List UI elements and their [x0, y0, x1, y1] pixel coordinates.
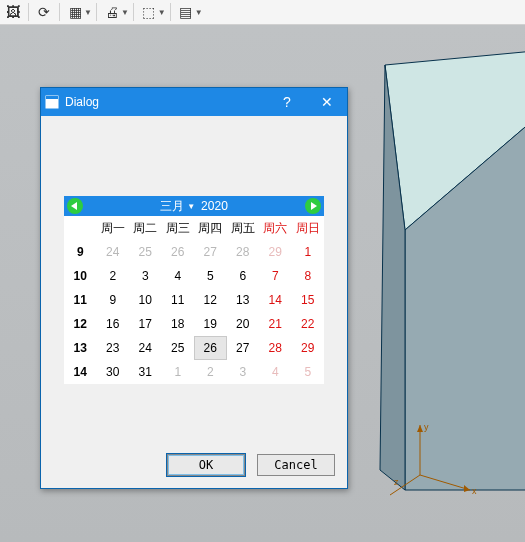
dialog-window: Dialog ? ✕ 三月 ▼ 2020 周一周二周三周四周五周六周日 9242…: [40, 87, 348, 489]
dialog-icon: [41, 95, 63, 109]
week-number: 9: [64, 240, 97, 264]
calendar-day[interactable]: 5: [292, 360, 325, 384]
dropdown-icon[interactable]: ▼: [84, 8, 92, 17]
help-button[interactable]: ?: [267, 88, 307, 116]
grid-icon[interactable]: ▦: [64, 1, 86, 23]
dropdown-icon[interactable]: ▼: [158, 8, 166, 17]
calendar-day[interactable]: 25: [129, 240, 162, 264]
week-number: 13: [64, 336, 97, 360]
svg-marker-4: [464, 485, 470, 492]
svg-rect-9: [46, 96, 58, 99]
dow-header: 周六: [259, 216, 292, 240]
calendar-day[interactable]: 18: [162, 312, 195, 336]
calendar-day[interactable]: 4: [259, 360, 292, 384]
calendar-day[interactable]: 1: [162, 360, 195, 384]
week-number: 10: [64, 264, 97, 288]
axis-z-label: z: [394, 477, 399, 487]
calendar-day[interactable]: 4: [162, 264, 195, 288]
prev-month-button[interactable]: [67, 198, 83, 214]
cancel-button[interactable]: Cancel: [257, 454, 335, 476]
dialog-title: Dialog: [63, 95, 99, 109]
calendar-day[interactable]: 9: [97, 288, 130, 312]
week-number: 11: [64, 288, 97, 312]
calendar-day[interactable]: 26: [162, 240, 195, 264]
svg-marker-11: [311, 202, 317, 210]
calendar-day[interactable]: 19: [194, 312, 227, 336]
dow-header: 周四: [194, 216, 227, 240]
calendar-day[interactable]: 21: [259, 312, 292, 336]
calendar-day[interactable]: 29: [259, 240, 292, 264]
chevron-down-icon[interactable]: ▼: [186, 202, 199, 211]
ok-button[interactable]: OK: [167, 454, 245, 476]
calendar-day[interactable]: 28: [227, 240, 260, 264]
calendar-grid: 周一周二周三周四周五周六周日 9242526272829110234567811…: [64, 216, 324, 384]
close-button[interactable]: ✕: [307, 88, 347, 116]
calendar-day[interactable]: 7: [259, 264, 292, 288]
toolbar-separator: [59, 3, 60, 21]
calendar-day[interactable]: 30: [97, 360, 130, 384]
calendar-day[interactable]: 31: [129, 360, 162, 384]
calendar-day[interactable]: 26: [194, 336, 227, 360]
calendar-day[interactable]: 5: [194, 264, 227, 288]
main-toolbar: 🖼 ⟳ ▦ ▼ 🖨 ▼ ⬚ ▼ ▤ ▼: [0, 0, 525, 25]
calendar-day[interactable]: 14: [259, 288, 292, 312]
week-number: 14: [64, 360, 97, 384]
dialog-titlebar[interactable]: Dialog ? ✕: [41, 88, 347, 116]
dropdown-icon[interactable]: ▼: [195, 8, 203, 17]
calendar-day[interactable]: 1: [292, 240, 325, 264]
dow-header: 周日: [292, 216, 325, 240]
toolbar-separator: [28, 3, 29, 21]
calendar-day[interactable]: 13: [227, 288, 260, 312]
calendar-widget: 三月 ▼ 2020 周一周二周三周四周五周六周日 924252627282911…: [64, 196, 324, 384]
week-number-header: [64, 216, 97, 240]
calendar-day[interactable]: 27: [194, 240, 227, 264]
calendar-day[interactable]: 15: [292, 288, 325, 312]
calendar-header: 三月 ▼ 2020: [64, 196, 324, 216]
calendar-day[interactable]: 16: [97, 312, 130, 336]
calendar-day[interactable]: 6: [227, 264, 260, 288]
print-icon[interactable]: 🖨: [101, 1, 123, 23]
layers-icon[interactable]: ▤: [175, 1, 197, 23]
dow-header: 周三: [162, 216, 195, 240]
month-selector[interactable]: 三月: [158, 198, 186, 215]
axis-x-label: x: [472, 486, 477, 496]
calendar-day[interactable]: 28: [259, 336, 292, 360]
next-month-button[interactable]: [305, 198, 321, 214]
refresh-icon[interactable]: ⟳: [33, 1, 55, 23]
calendar-day[interactable]: 12: [194, 288, 227, 312]
dow-header: 周一: [97, 216, 130, 240]
open-image-icon[interactable]: 🖼: [2, 1, 24, 23]
calendar-day[interactable]: 20: [227, 312, 260, 336]
dialog-body: 三月 ▼ 2020 周一周二周三周四周五周六周日 924252627282911…: [41, 116, 347, 488]
calendar-day[interactable]: 29: [292, 336, 325, 360]
cube-icon[interactable]: ⬚: [138, 1, 160, 23]
toolbar-separator: [96, 3, 97, 21]
calendar-day[interactable]: 24: [129, 336, 162, 360]
axis-gizmo: x y z: [400, 420, 480, 500]
svg-marker-6: [417, 425, 423, 432]
calendar-day[interactable]: 24: [97, 240, 130, 264]
calendar-day[interactable]: 23: [97, 336, 130, 360]
dow-header: 周五: [227, 216, 260, 240]
toolbar-separator: [133, 3, 134, 21]
svg-marker-10: [71, 202, 77, 210]
calendar-day[interactable]: 10: [129, 288, 162, 312]
calendar-day[interactable]: 25: [162, 336, 195, 360]
week-number: 12: [64, 312, 97, 336]
svg-line-3: [420, 475, 470, 490]
calendar-day[interactable]: 17: [129, 312, 162, 336]
dialog-button-row: OK Cancel: [167, 454, 335, 476]
year-selector[interactable]: 2020: [199, 199, 230, 213]
dropdown-icon[interactable]: ▼: [121, 8, 129, 17]
dow-header: 周二: [129, 216, 162, 240]
calendar-day[interactable]: 2: [194, 360, 227, 384]
calendar-day[interactable]: 22: [292, 312, 325, 336]
calendar-day[interactable]: 8: [292, 264, 325, 288]
axis-y-label: y: [424, 422, 429, 432]
toolbar-separator: [170, 3, 171, 21]
calendar-day[interactable]: 11: [162, 288, 195, 312]
calendar-day[interactable]: 2: [97, 264, 130, 288]
calendar-day[interactable]: 3: [227, 360, 260, 384]
calendar-day[interactable]: 3: [129, 264, 162, 288]
calendar-day[interactable]: 27: [227, 336, 260, 360]
